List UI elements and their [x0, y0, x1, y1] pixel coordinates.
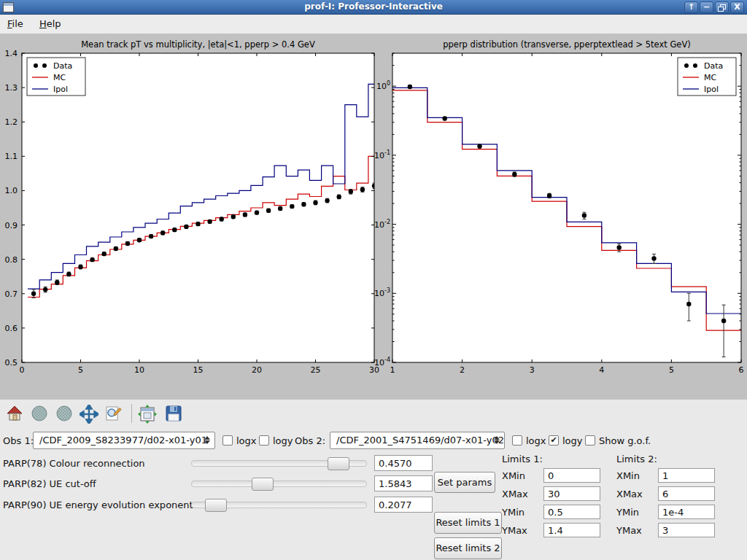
svg-text:Mean track pT vs multiplicity,: Mean track pT vs multiplicity, |eta|<1, …	[81, 39, 315, 50]
show-gof-label: Show g.o.f.	[599, 435, 651, 446]
plot-toolbar	[0, 400, 747, 430]
save-button[interactable]	[163, 402, 184, 424]
limits1-ymax-field[interactable]	[543, 523, 600, 537]
limits2-xmax-label: XMax	[616, 489, 643, 499]
configure-subplots-icon	[138, 405, 157, 424]
show-gof-checkbox[interactable]	[585, 435, 595, 446]
limits2-xmax-field[interactable]	[658, 486, 715, 501]
svg-text:10: 10	[134, 365, 144, 375]
param-parp78-value-field[interactable]	[374, 455, 433, 471]
svg-text:0.5: 0.5	[5, 358, 18, 368]
spinner-icon[interactable]	[492, 435, 500, 447]
svg-text:25: 25	[311, 365, 321, 375]
shade-icon: ↑	[688, 2, 694, 12]
forward-button[interactable]	[54, 402, 74, 424]
restore-icon	[718, 4, 726, 12]
obs2-value: /CDF_2001_S4751469/d07-x01-y02	[336, 435, 504, 446]
svg-text:20: 20	[252, 365, 262, 375]
param-parp82-slider[interactable]	[191, 481, 367, 487]
param-parp78-slider[interactable]	[191, 460, 367, 467]
limits1-title: Limits 1:	[502, 454, 543, 464]
slider-handle[interactable]	[328, 457, 349, 470]
svg-text:Data: Data	[704, 61, 723, 71]
param-parp90-value-field[interactable]	[374, 497, 433, 513]
back-button[interactable]	[29, 402, 50, 424]
limits2-ymin-field[interactable]	[658, 505, 715, 519]
svg-text:Data: Data	[53, 61, 72, 71]
set-params-button[interactable]: Set params	[434, 472, 495, 493]
svg-text:MC: MC	[53, 73, 66, 82]
svg-text:1.0: 1.0	[5, 186, 18, 195]
limits1-ymin-label: YMin	[502, 507, 525, 518]
limits2-ymax-field[interactable]	[658, 523, 715, 537]
svg-text:Ipol: Ipol	[704, 85, 719, 94]
param-parp90-slider[interactable]	[191, 502, 367, 508]
obs2-logy-label: logy	[562, 435, 583, 446]
minimize-icon: −	[703, 2, 710, 12]
obs1-select[interactable]: /CDF_2009_S8233977/d02-x01-y01	[33, 432, 215, 449]
svg-text:0.6: 0.6	[5, 324, 18, 333]
obs1-logy-label: logy	[273, 435, 293, 446]
home-button[interactable]	[4, 402, 25, 424]
svg-text:10-4: 10-4	[374, 357, 390, 368]
plot-right[interactable]: 12345610010-110-210-310-4pperp distribut…	[374, 39, 743, 375]
limits2-ymin-label: YMin	[616, 507, 639, 518]
limits1-ymin-field[interactable]	[543, 505, 600, 519]
zoom-rect-button[interactable]	[104, 402, 124, 424]
obs1-logx-checkbox[interactable]	[222, 435, 233, 446]
reset-limits-1-button[interactable]: Reset limits 1	[434, 512, 502, 534]
limits1-ymax-label: YMax	[502, 525, 527, 536]
pan-button[interactable]	[79, 402, 99, 424]
param-parp78-label: PARP(78) Colour reconnection	[3, 458, 145, 469]
svg-text:pperp distribution (transverse: pperp distribution (transverse, pperptex…	[443, 39, 691, 50]
spinner-icon[interactable]	[203, 435, 211, 447]
menu-help[interactable]: Help	[34, 15, 67, 32]
svg-text:10-3: 10-3	[374, 287, 390, 298]
param-parp82-value-field[interactable]	[374, 475, 433, 491]
slider-handle[interactable]	[205, 499, 227, 512]
obs2-select[interactable]: /CDF_2001_S4751469/d07-x01-y02	[330, 432, 505, 449]
svg-text:1.1: 1.1	[5, 152, 18, 161]
app-window: prof-I: Professor-Interactive ↑ − X File…	[0, 0, 747, 560]
toolbar-separator	[131, 404, 132, 423]
restore-button[interactable]	[715, 1, 729, 13]
figure-canvas[interactable]: 0510152025300.50.60.70.80.91.01.11.21.31…	[0, 34, 747, 400]
title-bar: prof-I: Professor-Interactive ↑ − X	[0, 0, 747, 15]
svg-text:0.8: 0.8	[5, 255, 18, 265]
svg-text:6: 6	[739, 365, 744, 375]
limits2-xmin-field[interactable]	[658, 468, 715, 483]
configure-subplots-button[interactable]	[137, 402, 158, 424]
shade-button[interactable]: ↑	[684, 1, 698, 13]
plot-left[interactable]: 0510152025300.50.60.70.80.91.01.11.21.31…	[5, 39, 381, 375]
window-title: prof-I: Professor-Interactive	[0, 1, 747, 12]
param-parp90-label: PARP(90) UE energy evolution exponent	[3, 499, 193, 510]
pan-icon	[80, 405, 98, 424]
obs1-logy-checkbox[interactable]	[259, 435, 269, 446]
obs1-value: /CDF_2009_S8233977/d02-x01-y01	[39, 435, 207, 446]
limits1-xmax-field[interactable]	[543, 486, 600, 501]
forward-icon	[55, 405, 73, 422]
back-icon	[31, 405, 48, 422]
svg-text:0: 0	[20, 365, 25, 375]
menu-bar: File Help	[0, 15, 747, 34]
close-button[interactable]: X	[730, 1, 744, 13]
minimize-button[interactable]: −	[700, 1, 713, 13]
obs2-logy-checkbox[interactable]: ✔	[549, 435, 559, 446]
limits2-ymax-label: YMax	[616, 525, 642, 536]
limits2-title: Limits 2:	[616, 454, 657, 464]
limits1-xmin-field[interactable]	[543, 468, 600, 483]
reset-limits-2-button[interactable]: Reset limits 2	[434, 537, 502, 559]
slider-handle[interactable]	[252, 478, 274, 491]
obs1-label: Obs 1:	[3, 435, 34, 446]
svg-text:5: 5	[78, 365, 83, 375]
home-icon	[6, 405, 23, 422]
svg-text:4: 4	[599, 365, 604, 375]
svg-text:1.4: 1.4	[5, 49, 18, 58]
menu-file[interactable]: File	[1, 15, 29, 32]
obs2-logx-label: logx	[526, 435, 546, 446]
obs2-logx-checkbox[interactable]	[512, 435, 522, 446]
svg-text:Ipol: Ipol	[53, 85, 68, 94]
svg-text:10-2: 10-2	[374, 219, 390, 230]
svg-text:15: 15	[193, 365, 204, 375]
svg-text:MC: MC	[704, 73, 716, 82]
